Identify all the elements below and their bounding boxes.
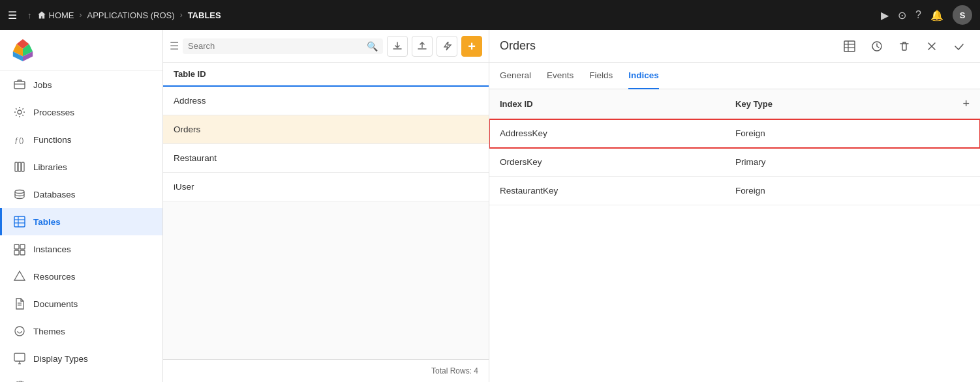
sidebar-item-functions-label: Functions bbox=[33, 135, 72, 145]
detail-title: Orders bbox=[500, 39, 839, 53]
search-wrap: 🔍 bbox=[183, 38, 383, 54]
filter-icon[interactable]: ☰ bbox=[170, 40, 179, 52]
col-index-id: Index ID bbox=[489, 89, 725, 119]
sidebar-item-documents[interactable]: Documents bbox=[0, 290, 162, 317]
nav-back-icon[interactable]: ↑ bbox=[27, 10, 32, 20]
search-global-icon[interactable]: ⊙ bbox=[898, 9, 906, 22]
plugins-icon bbox=[12, 379, 27, 382]
documents-icon bbox=[12, 297, 27, 311]
top-nav: ☰ ↑ HOME › APPLICATIONS (ROS) › TABLES ▶… bbox=[0, 0, 980, 30]
sidebar-item-instances-label: Instances bbox=[33, 244, 71, 254]
sidebar-item-themes-label: Themes bbox=[33, 327, 65, 336]
sidebar-item-processes[interactable]: Processes bbox=[0, 98, 162, 126]
bolt-icon bbox=[442, 41, 452, 51]
sidebar-item-jobs[interactable]: Jobs bbox=[0, 71, 162, 98]
sidebar-item-plugins[interactable]: Plugins bbox=[0, 372, 162, 382]
upload-icon bbox=[417, 41, 427, 51]
upload-button[interactable] bbox=[412, 36, 433, 57]
jobs-icon bbox=[12, 78, 27, 92]
trash-icon bbox=[898, 40, 910, 52]
menu-icon[interactable]: ☰ bbox=[8, 9, 17, 22]
five-logo-icon bbox=[10, 38, 35, 63]
confirm-button[interactable] bbox=[949, 36, 970, 57]
tab-general[interactable]: General bbox=[500, 63, 531, 89]
sidebar-item-tables[interactable]: Tables bbox=[0, 208, 162, 235]
svg-rect-19 bbox=[20, 244, 25, 249]
col-key-type: Key Type bbox=[725, 89, 897, 119]
breadcrumb-arrow-2: › bbox=[180, 10, 183, 20]
play-icon[interactable]: ▶ bbox=[881, 9, 889, 22]
sidebar-item-instances[interactable]: Instances bbox=[0, 235, 162, 263]
sidebar-item-display-types[interactable]: Display Types bbox=[0, 345, 162, 372]
svg-marker-22 bbox=[14, 271, 25, 280]
search-icon: 🔍 bbox=[367, 41, 378, 51]
close-icon bbox=[926, 40, 938, 52]
sidebar-item-databases[interactable]: Databases bbox=[0, 181, 162, 208]
sidebar-item-processes-label: Processes bbox=[33, 108, 74, 117]
detail-header: Orders bbox=[489, 30, 980, 63]
help-icon[interactable]: ? bbox=[915, 9, 921, 21]
sidebar-item-themes[interactable]: Themes bbox=[0, 317, 162, 345]
table-row-address[interactable]: Address bbox=[163, 87, 489, 115]
tab-indices[interactable]: Indices bbox=[628, 63, 659, 89]
svg-rect-20 bbox=[14, 250, 19, 255]
col-add: + bbox=[897, 89, 980, 119]
databases-icon bbox=[12, 187, 27, 201]
sidebar-item-resources[interactable]: Resources bbox=[0, 263, 162, 290]
sidebar: Jobs Processes ƒ () Functions bbox=[0, 30, 163, 382]
index-row-orderskey[interactable]: OrdersKey Primary bbox=[489, 148, 980, 177]
sidebar-item-jobs-label: Jobs bbox=[33, 80, 52, 90]
index-row-addresskey[interactable]: AddressKey Foreign bbox=[489, 119, 980, 148]
table-row-restaurant[interactable]: Restaurant bbox=[163, 144, 489, 173]
main-layout: Jobs Processes ƒ () Functions bbox=[0, 30, 980, 382]
table-view-button[interactable] bbox=[839, 36, 860, 57]
sidebar-item-functions[interactable]: ƒ () Functions bbox=[0, 126, 162, 153]
functions-icon: ƒ () bbox=[12, 132, 27, 147]
bolt-button[interactable] bbox=[436, 36, 457, 57]
table-row-orders[interactable]: Orders bbox=[163, 115, 489, 144]
tab-events[interactable]: Events bbox=[547, 63, 574, 89]
top-nav-actions: ▶ ⊙ ? 🔔 S bbox=[881, 5, 972, 25]
resources-icon bbox=[12, 269, 27, 284]
table-footer: Total Rows: 4 bbox=[163, 359, 489, 382]
user-avatar[interactable]: S bbox=[953, 5, 972, 25]
table-list-header: Table ID bbox=[163, 63, 489, 87]
sidebar-item-databases-label: Databases bbox=[33, 190, 76, 199]
sidebar-item-display-types-label: Display Types bbox=[33, 354, 88, 364]
sidebar-item-libraries[interactable]: Libraries bbox=[0, 153, 162, 181]
grid-icon bbox=[844, 40, 855, 52]
breadcrumb-applications[interactable]: APPLICATIONS (ROS) bbox=[87, 10, 175, 20]
nav-home[interactable]: HOME bbox=[37, 10, 74, 20]
indices-content: Index ID Key Type + AddressKey Foreign bbox=[489, 89, 980, 382]
sidebar-item-libraries-label: Libraries bbox=[33, 162, 67, 172]
delete-button[interactable] bbox=[894, 36, 915, 57]
check-icon bbox=[953, 40, 965, 52]
add-table-button[interactable]: + bbox=[461, 36, 482, 57]
display-types-icon bbox=[12, 351, 27, 366]
svg-rect-33 bbox=[844, 41, 855, 51]
svg-text:(): () bbox=[19, 136, 23, 144]
instances-icon bbox=[12, 242, 27, 256]
home-label[interactable]: HOME bbox=[49, 10, 74, 20]
history-button[interactable] bbox=[866, 36, 887, 57]
notifications-icon[interactable]: 🔔 bbox=[930, 9, 943, 22]
table-rows: Address Orders Restaurant iUser bbox=[163, 87, 489, 359]
table-row-iuser[interactable]: iUser bbox=[163, 173, 489, 201]
index-row-restaurantkey[interactable]: RestaurantKey Foreign bbox=[489, 177, 980, 205]
search-input[interactable] bbox=[188, 41, 363, 51]
tab-fields[interactable]: Fields bbox=[589, 63, 613, 89]
detail-panel: Orders bbox=[489, 30, 980, 382]
close-button[interactable] bbox=[921, 36, 942, 57]
libraries-icon bbox=[12, 160, 27, 174]
add-index-button[interactable]: + bbox=[962, 97, 970, 110]
sidebar-item-tables-label: Tables bbox=[33, 217, 61, 227]
clock-icon bbox=[871, 40, 883, 52]
download-button[interactable] bbox=[387, 36, 408, 57]
breadcrumb-arrow-1: › bbox=[80, 10, 82, 20]
add-icon: + bbox=[468, 40, 476, 53]
indices-table: Index ID Key Type + AddressKey Foreign bbox=[489, 89, 980, 205]
svg-rect-12 bbox=[22, 162, 24, 171]
sidebar-item-resources-label: Resources bbox=[33, 272, 76, 282]
breadcrumb-tables[interactable]: TABLES bbox=[188, 10, 221, 20]
home-icon bbox=[37, 10, 46, 20]
